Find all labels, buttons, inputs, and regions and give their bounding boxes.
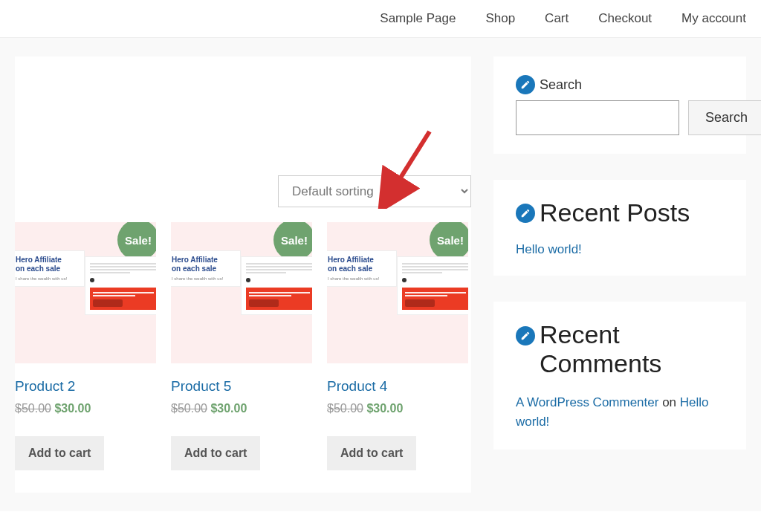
new-price: $30.00 (210, 402, 247, 415)
nav-my-account[interactable]: My account (681, 11, 746, 26)
old-price: $50.00 (327, 402, 363, 415)
sorting-select[interactable]: Default sorting (278, 175, 471, 207)
new-price: $30.00 (366, 402, 403, 415)
old-price: $50.00 (171, 402, 207, 415)
product-title-link[interactable]: Product 5 (171, 378, 312, 395)
product-grid: Sale! Hero Affiliateon each sale I share… (15, 222, 471, 470)
sale-badge: Sale! (430, 222, 468, 261)
nav-checkout[interactable]: Checkout (598, 11, 652, 26)
sorting-bar: Default sorting (15, 56, 471, 222)
add-to-cart-button[interactable]: Add to cart (327, 436, 416, 470)
comment-author-link[interactable]: A WordPress Commenter (516, 395, 658, 409)
product-price: $50.00 $30.00 (15, 402, 156, 415)
widget-title: Recent Posts (540, 198, 690, 227)
header: Sample Page Shop Cart Checkout My accoun… (0, 0, 761, 38)
main-nav: Sample Page Shop Cart Checkout My accoun… (380, 11, 746, 26)
search-label: Search (540, 77, 582, 93)
main-content: Default sorting Sale! Hero Affiliateon e… (15, 56, 471, 493)
recent-comment-entry: A WordPress Commenter on Hello world! (516, 393, 724, 431)
product-title-link[interactable]: Product 4 (327, 378, 468, 395)
product-title-link[interactable]: Product 2 (15, 378, 156, 395)
product-card: Sale! Hero Affiliateon each sale I share… (327, 222, 468, 470)
old-price: $50.00 (15, 402, 51, 415)
product-image[interactable]: Sale! Hero Affiliateon each sale I share… (327, 222, 468, 363)
nav-sample-page[interactable]: Sample Page (380, 11, 456, 26)
sidebar: Search Search Recent Posts Hello world! (493, 56, 746, 493)
product-price: $50.00 $30.00 (171, 402, 312, 415)
add-to-cart-button[interactable]: Add to cart (171, 436, 260, 470)
product-image[interactable]: Sale! Hero Affiliateon each sale I share… (171, 222, 312, 363)
search-widget: Search Search (493, 56, 746, 154)
sale-badge: Sale! (117, 222, 156, 261)
widget-title: Recent Comments (540, 320, 724, 378)
add-to-cart-button[interactable]: Add to cart (15, 436, 104, 470)
product-price: $50.00 $30.00 (327, 402, 468, 415)
new-price: $30.00 (54, 402, 91, 415)
edit-icon[interactable] (516, 75, 535, 94)
product-card: Sale! Hero Affiliateon each sale I share… (15, 222, 156, 470)
product-card: Sale! Hero Affiliateon each sale I share… (171, 222, 312, 470)
product-image[interactable]: Sale! Hero Affiliateon each sale I share… (15, 222, 156, 363)
nav-cart[interactable]: Cart (545, 11, 569, 26)
sale-badge: Sale! (273, 222, 312, 261)
recent-comments-widget: Recent Comments A WordPress Commenter on… (493, 302, 746, 450)
search-input[interactable] (516, 100, 679, 135)
edit-icon[interactable] (516, 204, 535, 223)
nav-shop[interactable]: Shop (485, 11, 515, 26)
recent-posts-widget: Recent Posts Hello world! (493, 180, 746, 276)
edit-icon[interactable] (516, 326, 535, 346)
recent-post-link[interactable]: Hello world! (516, 242, 724, 257)
search-button[interactable]: Search (688, 100, 761, 135)
